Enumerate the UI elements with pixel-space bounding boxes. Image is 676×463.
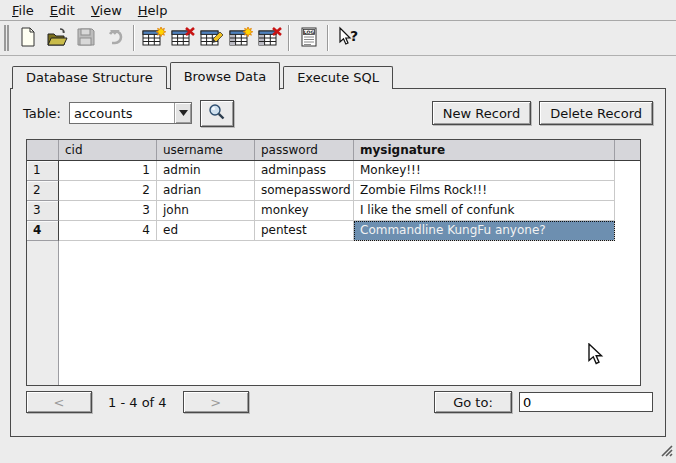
create-index-icon [229, 26, 253, 51]
browse-data-panel: Table: accounts New Record Delete Rec [10, 88, 666, 437]
grid-empty-space [59, 241, 640, 385]
grid-header-row: cid username password mysignature [27, 140, 640, 161]
search-button[interactable] [200, 100, 234, 127]
tab-browse-data[interactable]: Browse Data [170, 62, 281, 90]
column-header-password[interactable]: password [255, 140, 354, 160]
cell-mysignature[interactable]: I like the smell of confunk [354, 201, 615, 221]
toolbar-separator [327, 25, 329, 51]
record-range-label: 1 - 4 of 4 [108, 395, 167, 410]
svg-text:LOG: LOG [303, 29, 314, 34]
row-header-strip [27, 241, 59, 385]
row-number[interactable]: 1 [27, 161, 59, 181]
delete-table-icon [171, 26, 195, 51]
chevron-down-icon[interactable] [174, 103, 191, 123]
tab-execute-sql[interactable]: Execute SQL [283, 66, 393, 89]
cell-cid[interactable]: 2 [59, 181, 157, 201]
cell-cid[interactable]: 4 [59, 221, 157, 241]
new-file-icon [17, 26, 39, 51]
delete-record-button[interactable]: Delete Record [539, 101, 653, 125]
create-index-button[interactable] [226, 24, 255, 52]
cell-mysignature[interactable]: Monkey!!! [354, 161, 615, 181]
modify-table-button[interactable] [197, 24, 226, 52]
row-number[interactable]: 3 [27, 201, 59, 221]
table-select-value: accounts [70, 106, 174, 121]
resize-grip-icon[interactable] [659, 443, 673, 460]
tab-bar: Database Structure Browse Data Execute S… [12, 61, 396, 89]
new-record-button[interactable]: New Record [432, 101, 531, 125]
cell-username[interactable]: john [157, 201, 255, 221]
pager-row: < 1 - 4 of 4 > Go to: [26, 390, 653, 414]
magnifier-icon [207, 102, 227, 125]
whats-this-icon: ? [336, 26, 360, 51]
cell-username[interactable]: ed [157, 221, 255, 241]
cell-password[interactable]: pentest [255, 221, 354, 241]
new-database-button[interactable] [13, 24, 42, 52]
create-table-button[interactable] [139, 24, 168, 52]
app-window: File Edit View Help [0, 0, 676, 463]
next-page-button: > [183, 391, 249, 413]
cell-cid[interactable]: 1 [59, 161, 157, 181]
cell-username[interactable]: adrian [157, 181, 255, 201]
delete-index-icon [258, 26, 282, 51]
svg-text:?: ? [349, 28, 357, 44]
goto-input[interactable] [519, 392, 653, 412]
tab-database-structure[interactable]: Database Structure [12, 66, 167, 89]
log-icon: LOG [298, 26, 320, 51]
create-table-icon [142, 26, 166, 51]
undo-arrow-icon [104, 26, 126, 51]
row-number[interactable]: 4 [27, 221, 59, 241]
cell-password[interactable]: monkey [255, 201, 354, 221]
open-database-button[interactable] [42, 24, 71, 52]
toolbar-separator [288, 25, 290, 51]
mouse-cursor [588, 343, 605, 370]
cell-cid[interactable]: 3 [59, 201, 157, 221]
cell-username[interactable]: admin [157, 161, 255, 181]
whats-this-button[interactable]: ? [333, 24, 362, 52]
previous-page-button: < [26, 391, 92, 413]
column-header-cid[interactable]: cid [59, 140, 157, 160]
menu-file[interactable]: File [4, 1, 42, 20]
table-select[interactable]: accounts [69, 102, 192, 124]
cell-password[interactable]: somepassword [255, 181, 354, 201]
grid-corner-cell [27, 140, 59, 160]
cell-password[interactable]: adminpass [255, 161, 354, 181]
sql-log-button[interactable]: LOG [294, 24, 323, 52]
column-header-username[interactable]: username [157, 140, 255, 160]
table-controls-row: Table: accounts New Record Delete Rec [23, 99, 653, 127]
toolbar-separator [133, 25, 135, 51]
save-icon [75, 26, 97, 51]
cell-mysignature[interactable]: Zombie Films Rock!!! [354, 181, 615, 201]
menu-edit[interactable]: Edit [42, 1, 83, 20]
open-folder-icon [46, 26, 68, 51]
goto-button[interactable]: Go to: [434, 391, 512, 413]
grid-empty-area [27, 241, 640, 385]
grid-header-filler [615, 140, 640, 160]
data-grid: cid username password mysignature 1 1 ad… [26, 139, 641, 386]
menu-help[interactable]: Help [130, 1, 176, 20]
column-header-mysignature[interactable]: mysignature [354, 140, 615, 160]
table-row: 1 1 admin adminpass Monkey!!! [27, 161, 640, 181]
modify-table-icon [200, 26, 224, 51]
toolbar: LOG ? [0, 21, 676, 56]
table-row: 3 3 john monkey I like the smell of conf… [27, 201, 640, 221]
row-number[interactable]: 2 [27, 181, 59, 201]
delete-index-button[interactable] [255, 24, 284, 52]
toolbar-handle[interactable] [4, 25, 9, 51]
cell-mysignature-selected[interactable]: Commandline KungFu anyone? [354, 221, 615, 241]
revert-changes-button [100, 24, 129, 52]
menu-view[interactable]: View [83, 1, 130, 20]
table-label: Table: [23, 106, 61, 121]
delete-table-button[interactable] [168, 24, 197, 52]
menu-bar: File Edit View Help [0, 0, 676, 21]
table-row: 2 2 adrian somepassword Zombie Films Roc… [27, 181, 640, 201]
table-row-selected: 4 4 ed pentest Commandline KungFu anyone… [27, 221, 640, 241]
save-database-button [71, 24, 100, 52]
